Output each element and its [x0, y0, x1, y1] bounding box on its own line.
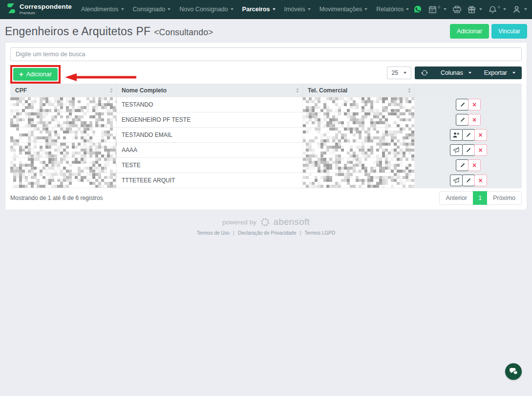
- action-button-group: ×: [450, 144, 487, 156]
- sort-icon: [408, 88, 411, 93]
- search-input[interactable]: [10, 47, 522, 61]
- edit-button[interactable]: [456, 99, 468, 110]
- column-header-tel-comercial[interactable]: Tel. Comercial: [303, 84, 415, 97]
- delete-button[interactable]: ×: [474, 129, 487, 141]
- vincular-button[interactable]: Vincular: [491, 24, 527, 39]
- top-navbar: Correspondente Premium AtendimentosConsi…: [0, 0, 532, 19]
- delete-button[interactable]: ×: [474, 144, 487, 156]
- name-cell: TESTANDO EMAIL: [117, 128, 303, 143]
- action-button-group: ×: [450, 129, 487, 141]
- sort-icon: [296, 88, 299, 93]
- footer-link-termos-de-uso[interactable]: Termos de Uso: [197, 230, 230, 236]
- cpf-redacted-cell: [10, 158, 117, 173]
- printer-icon[interactable]: [453, 5, 461, 14]
- pagination-page-1[interactable]: 1: [473, 191, 487, 205]
- page-size-dropdown[interactable]: 25: [387, 66, 411, 79]
- send-button[interactable]: [450, 175, 463, 186]
- nav-item-imoveis[interactable]: Imóveis: [280, 6, 315, 13]
- page-footer: powered by abensoft Termos de Uso|Declar…: [0, 217, 532, 236]
- table-row: TESTE×: [10, 158, 522, 173]
- footer-link-termos-lgpd[interactable]: Termos LGPD: [304, 230, 335, 236]
- calendar-icon[interactable]: 0: [428, 5, 446, 14]
- send-button[interactable]: [450, 144, 463, 156]
- edit-button[interactable]: [462, 144, 475, 156]
- columns-dropdown[interactable]: Colunas: [434, 66, 478, 79]
- pagination-next[interactable]: Próximo: [487, 191, 522, 205]
- cpf-redacted-cell: [10, 112, 117, 128]
- abensoft-brand: abensoft: [274, 217, 310, 227]
- actions-cell: ×: [415, 158, 522, 173]
- edit-button[interactable]: [456, 159, 468, 171]
- tel-redacted-cell: [303, 128, 415, 143]
- column-header-nome-completo[interactable]: Nome Completo: [117, 84, 303, 97]
- delete-button[interactable]: ×: [468, 114, 481, 126]
- chevron-down-icon: [406, 8, 409, 10]
- nav-item-consignado[interactable]: Consignado: [128, 6, 175, 13]
- link-separator: |: [299, 230, 301, 236]
- cpf-redacted-cell: [10, 173, 117, 188]
- records-summary: Mostrando de 1 até 6 de 6 registros: [10, 195, 103, 201]
- powered-by-text: powered by: [222, 219, 256, 226]
- tel-redacted-cell: [303, 173, 415, 188]
- chevron-down-icon: [524, 8, 527, 10]
- refresh-button[interactable]: [415, 66, 434, 79]
- nav-menu: AtendimentosConsignadoNovo ConsignadoPar…: [77, 0, 413, 19]
- toolbar-right: 25 Colunas Exportar: [387, 66, 522, 79]
- tel-redacted-cell: [303, 97, 415, 112]
- actions-cell: ×: [415, 128, 522, 143]
- whatsapp-icon[interactable]: [413, 5, 422, 14]
- edit-button[interactable]: [462, 129, 475, 141]
- export-dropdown[interactable]: Exportar: [478, 66, 522, 79]
- name-cell: TESTE: [117, 158, 303, 173]
- chevron-down-icon: [121, 8, 124, 10]
- add-user-button[interactable]: [450, 129, 463, 141]
- column-header-cpf[interactable]: CPF: [10, 84, 117, 97]
- annotation-arrow-icon: [65, 73, 137, 82]
- highlight-box: + Adicionar: [10, 65, 61, 84]
- chevron-down-icon: [404, 72, 406, 74]
- gift-icon[interactable]: [468, 5, 482, 14]
- plus-icon: +: [19, 70, 23, 78]
- user-icon[interactable]: [512, 5, 527, 14]
- page-title: Engenheiros e Arquitetos PF<Consultando>: [5, 25, 213, 38]
- nav-item-relatorios[interactable]: Relatórios: [372, 6, 413, 13]
- chevron-down-icon: [468, 72, 471, 74]
- actions-cell: ×: [415, 143, 522, 158]
- action-button-group: ×: [456, 159, 481, 171]
- chat-icon: [509, 367, 518, 376]
- action-button-group: ×: [456, 99, 481, 110]
- table-footer: Mostrando de 1 até 6 de 6 registros Ante…: [10, 189, 522, 205]
- brand[interactable]: Correspondente Premium: [6, 3, 72, 16]
- brand-title: Correspondente: [20, 3, 72, 10]
- chevron-down-icon: [364, 8, 367, 10]
- adicionar-button[interactable]: Adicionar: [450, 24, 489, 39]
- nav-item-atendimentos[interactable]: Atendimentos: [77, 6, 128, 13]
- column-header-actions: [415, 84, 522, 97]
- delete-button[interactable]: ×: [468, 159, 481, 171]
- edit-button[interactable]: [456, 114, 468, 126]
- edit-button[interactable]: [462, 175, 475, 186]
- chevron-down-icon: [308, 8, 311, 10]
- action-button-group: ×: [450, 175, 487, 186]
- delete-button[interactable]: ×: [474, 175, 487, 186]
- footer-link-declaracao-de-privacidade[interactable]: Declaração de Privacidade: [238, 230, 297, 236]
- chat-button[interactable]: [505, 363, 522, 380]
- add-button[interactable]: + Adicionar: [13, 68, 58, 81]
- chevron-down-icon: [503, 8, 506, 10]
- nav-item-parceiros[interactable]: Parceiros: [238, 6, 280, 13]
- nav-item-movimentacoes[interactable]: Movimentações: [315, 6, 372, 13]
- toolbar-left: + Adicionar: [10, 65, 137, 84]
- nav-item-novo-consignado[interactable]: Novo Consignado: [175, 6, 237, 13]
- chevron-down-icon: [512, 72, 515, 74]
- chevron-down-icon: [273, 8, 276, 10]
- actions-cell: ×: [415, 112, 522, 128]
- delete-button[interactable]: ×: [468, 99, 481, 110]
- bell-icon[interactable]: 0: [489, 5, 506, 14]
- chevron-down-icon: [168, 8, 170, 10]
- tel-redacted-cell: [303, 112, 415, 128]
- pagination: Anterior 1 Próximo: [439, 191, 522, 205]
- pagination-previous[interactable]: Anterior: [439, 191, 473, 205]
- actions-cell: ×: [415, 173, 522, 188]
- table-row: TTTETEEE ARQUIT×: [10, 173, 522, 188]
- badge-count: 0: [498, 5, 500, 9]
